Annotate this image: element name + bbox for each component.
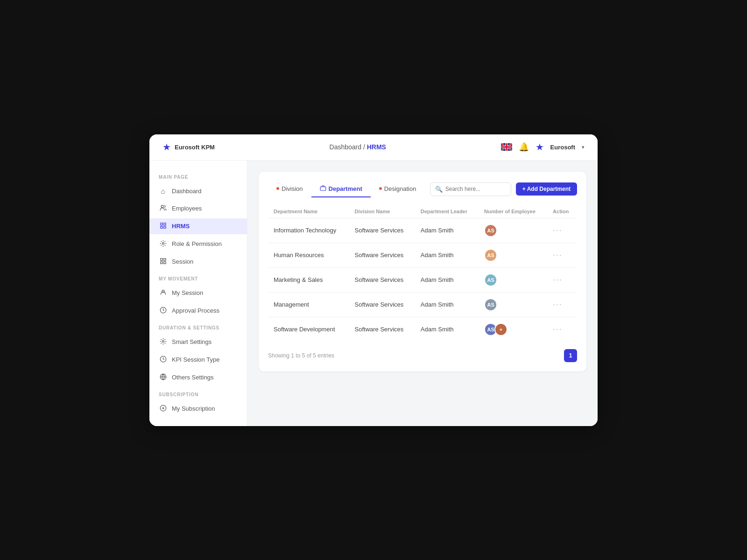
sidebar-section-main: MAIN PAGE xyxy=(149,170,247,182)
sidebar-item-label: HRMS xyxy=(172,223,190,230)
user-star-icon: ★ xyxy=(536,141,544,153)
svg-rect-7 xyxy=(160,258,162,260)
sidebar-item-label: Approval Process xyxy=(172,307,219,314)
svg-point-1 xyxy=(161,205,163,207)
table-row: Marketing & Sales Software Services Adam… xyxy=(268,267,577,292)
table-header-row: Department Name Division Name Department… xyxy=(268,205,577,218)
body-layout: MAIN PAGE ⌂ Dashboard Employees xyxy=(149,161,598,426)
sidebar-item-label: Others Settings xyxy=(172,374,214,381)
cell-dept-name: Information Technology xyxy=(268,218,349,243)
subscription-icon xyxy=(159,405,167,413)
sidebar-item-label: My Session xyxy=(172,289,203,296)
page-1-button[interactable]: 1 xyxy=(564,349,577,362)
sidebar-section-subscription: SUBSCRIPTION xyxy=(149,387,247,399)
svg-rect-10 xyxy=(163,261,165,263)
svg-rect-20 xyxy=(320,187,326,190)
cell-division-name: Software Services xyxy=(349,317,415,342)
search-input[interactable] xyxy=(445,186,506,192)
breadcrumb-current: HRMS xyxy=(367,143,386,151)
row-action-menu[interactable]: ··· xyxy=(553,225,563,235)
sidebar-item-label: My Subscription xyxy=(172,405,215,412)
cell-leader: Adam Smith xyxy=(415,243,479,267)
tabs-actions: 🔍 + Add Department xyxy=(430,182,577,196)
division-dot xyxy=(276,187,279,190)
cell-action[interactable]: ··· xyxy=(547,267,577,292)
logo-text: Eurosoft KPM xyxy=(175,144,215,151)
search-box[interactable]: 🔍 xyxy=(430,182,511,196)
row-action-menu[interactable]: ··· xyxy=(553,324,563,334)
svg-rect-9 xyxy=(160,261,162,263)
session-icon xyxy=(159,258,167,266)
table-row: Management Software Services Adam Smith … xyxy=(268,292,577,317)
cell-avatars: AS xyxy=(479,243,547,267)
svg-rect-5 xyxy=(163,226,165,228)
cell-division-name: Software Services xyxy=(349,292,415,317)
sidebar-item-hrms[interactable]: HRMS xyxy=(149,218,247,234)
main-content: Division Department De xyxy=(247,161,598,426)
sidebar-item-employees[interactable]: Employees xyxy=(149,201,247,217)
row-action-menu[interactable]: ··· xyxy=(553,300,563,309)
user-dropdown-chevron-icon[interactable]: ▾ xyxy=(582,144,585,150)
role-permission-icon xyxy=(159,240,167,248)
dashboard-icon: ⌂ xyxy=(159,187,167,195)
sidebar-item-my-subscription[interactable]: My Subscription xyxy=(149,401,247,417)
sidebar-item-session[interactable]: Session xyxy=(149,254,247,270)
sidebar-item-kpi-session-type[interactable]: KPI Session Type xyxy=(149,352,247,368)
pagination: 1 xyxy=(564,349,577,362)
cell-dept-name: Human Resources xyxy=(268,243,349,267)
employees-icon xyxy=(159,204,167,213)
cell-action[interactable]: ··· xyxy=(547,317,577,342)
tab-division[interactable]: Division xyxy=(268,181,311,197)
svg-rect-4 xyxy=(160,226,162,228)
cell-leader: Adam Smith xyxy=(415,292,479,317)
my-session-icon xyxy=(159,289,167,297)
sidebar-item-role-permission[interactable]: Role & Permission xyxy=(149,236,247,252)
sidebar-item-approval-process[interactable]: Approval Process xyxy=(149,303,247,319)
language-flag-icon[interactable] xyxy=(501,143,512,151)
avatar: AS xyxy=(484,298,497,311)
avatar: AS xyxy=(484,273,497,287)
sidebar-item-others-settings[interactable]: Others Settings xyxy=(149,370,247,385)
row-action-menu[interactable]: ··· xyxy=(553,275,563,284)
designation-dot xyxy=(379,187,382,190)
sidebar-item-my-session[interactable]: My Session xyxy=(149,285,247,301)
cell-division-name: Software Services xyxy=(349,243,415,267)
sidebar-item-dashboard[interactable]: ⌂ Dashboard xyxy=(149,183,247,199)
table-row: Human Resources Software Services Adam S… xyxy=(268,243,577,267)
add-department-button[interactable]: + Add Department xyxy=(516,182,577,196)
sidebar: MAIN PAGE ⌂ Dashboard Employees xyxy=(149,161,247,426)
notification-bell-icon[interactable]: 🔔 xyxy=(519,142,529,152)
others-settings-icon xyxy=(159,373,167,382)
tabs: Division Department De xyxy=(268,181,424,197)
cell-action[interactable]: ··· xyxy=(547,243,577,267)
cell-action[interactable]: ··· xyxy=(547,292,577,317)
row-action-menu[interactable]: ··· xyxy=(553,250,563,259)
avatar: + xyxy=(494,323,507,336)
cell-division-name: Software Services xyxy=(349,218,415,243)
svg-rect-2 xyxy=(160,223,162,224)
cell-avatars: AS xyxy=(479,218,547,243)
cell-action[interactable]: ··· xyxy=(547,218,577,243)
department-icon xyxy=(320,185,326,193)
tab-department[interactable]: Department xyxy=(311,181,371,197)
kpi-session-type-icon xyxy=(159,356,167,364)
cell-avatars: AS xyxy=(479,267,547,292)
table-info: Showing 1 to 5 of 5 entries xyxy=(268,352,334,359)
sidebar-item-smart-settings[interactable]: Smart Settings xyxy=(149,334,247,350)
smart-settings-icon xyxy=(159,338,167,346)
svg-point-6 xyxy=(162,242,164,244)
tabs-row: Division Department De xyxy=(268,181,577,197)
col-division-name: Division Name xyxy=(349,205,415,218)
cell-leader: Adam Smith xyxy=(415,218,479,243)
sidebar-item-label: Smart Settings xyxy=(172,338,211,345)
sidebar-item-label: KPI Session Type xyxy=(172,356,219,363)
table-row: Software Development Software Services A… xyxy=(268,317,577,342)
cell-avatars: AS+ xyxy=(479,317,547,342)
table-footer: Showing 1 to 5 of 5 entries 1 xyxy=(268,349,577,362)
cell-dept-name: Software Development xyxy=(268,317,349,342)
sidebar-item-label: Dashboard xyxy=(172,188,202,195)
col-dept-name: Department Name xyxy=(268,205,349,218)
tab-designation[interactable]: Designation xyxy=(371,181,425,197)
cell-division-name: Software Services xyxy=(349,267,415,292)
sidebar-item-label: Employees xyxy=(172,205,202,212)
